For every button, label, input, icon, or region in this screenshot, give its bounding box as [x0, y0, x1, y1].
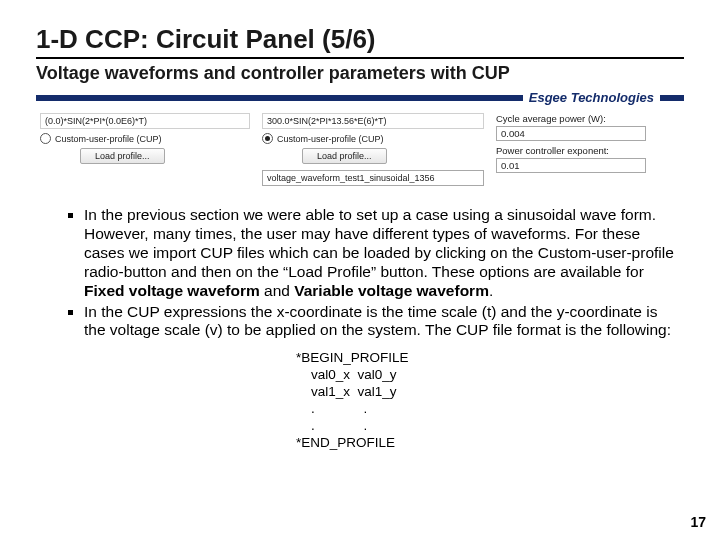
code-block: *BEGIN_PROFILE val0_x val0_y val1_x val1…: [296, 350, 684, 451]
code-line: val0_x val0_y: [296, 367, 684, 384]
power-exponent-label: Power controller exponent:: [496, 145, 680, 156]
code-line: . .: [296, 401, 684, 418]
page-subtitle: Voltage waveforms and controller paramet…: [36, 63, 684, 84]
radio-label: Custom-user-profile (CUP): [55, 134, 162, 144]
panel-right: Cycle average power (W): 0.004 Power con…: [492, 111, 684, 188]
bullet-1-text-b: and: [260, 282, 294, 299]
radio-icon: [40, 133, 51, 144]
power-exponent-input[interactable]: 0.01: [496, 158, 646, 173]
bullet-2: In the CUP expressions the x-coordinate …: [84, 303, 674, 341]
loaded-file-input[interactable]: voltage_waveform_test1_sinusoidal_1356: [262, 170, 484, 186]
title-underline: [36, 57, 684, 59]
bullet-1-bold-2: Variable voltage waveform: [294, 282, 489, 299]
panel-left: (0.0)*SIN(2*PI*(0.0E6)*T) Custom-user-pr…: [36, 111, 254, 188]
code-line: . .: [296, 418, 684, 435]
radio-label: Custom-user-profile (CUP): [277, 134, 384, 144]
page-title: 1-D CCP: Circuit Panel (5/6): [36, 24, 684, 55]
bullet-1-text-c: .: [489, 282, 493, 299]
page-number: 17: [690, 514, 706, 530]
expression-input-mid[interactable]: 300.0*SIN(2*PI*13.56*E(6)*T): [262, 113, 484, 129]
brand-bar-right: [660, 95, 684, 101]
brand-bar: Esgee Technologies: [36, 90, 684, 105]
bullet-1-bold-1: Fixed voltage waveform: [84, 282, 260, 299]
code-line: val1_x val1_y: [296, 384, 684, 401]
expression-input-left[interactable]: (0.0)*SIN(2*PI*(0.0E6)*T): [40, 113, 250, 129]
bullet-1-text-a: In the previous section we were able to …: [84, 206, 674, 280]
load-profile-button-mid[interactable]: Load profile...: [302, 148, 387, 164]
panel-mid: 300.0*SIN(2*PI*13.56*E(6)*T) Custom-user…: [258, 111, 488, 188]
load-profile-button-left[interactable]: Load profile...: [80, 148, 165, 164]
code-line: *BEGIN_PROFILE: [296, 350, 684, 367]
cycle-power-label: Cycle average power (W):: [496, 113, 680, 124]
brand-name: Esgee Technologies: [529, 90, 654, 105]
code-line: *END_PROFILE: [296, 435, 684, 452]
bullet-list: In the previous section we were able to …: [66, 206, 674, 340]
radio-icon: [262, 133, 273, 144]
bullet-1: In the previous section we were able to …: [84, 206, 674, 301]
brand-bar-left: [36, 95, 523, 101]
screenshot-panel: (0.0)*SIN(2*PI*(0.0E6)*T) Custom-user-pr…: [36, 111, 684, 188]
cup-radio-mid[interactable]: Custom-user-profile (CUP): [262, 133, 484, 144]
cup-radio-left[interactable]: Custom-user-profile (CUP): [40, 133, 250, 144]
cycle-power-input[interactable]: 0.004: [496, 126, 646, 141]
